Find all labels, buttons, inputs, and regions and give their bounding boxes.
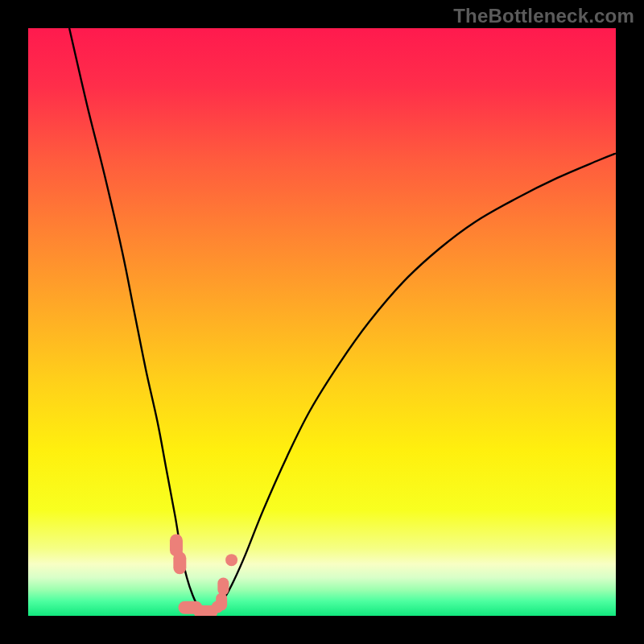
data-marker: [173, 551, 186, 574]
bottleneck-chart: [28, 28, 616, 616]
data-marker: [216, 592, 227, 610]
heat-background: [28, 28, 616, 616]
data-marker: [217, 578, 229, 596]
data-marker: [225, 554, 237, 566]
watermark-text: TheBottleneck.com: [453, 5, 634, 27]
plot-area: [28, 28, 616, 616]
chart-frame: TheBottleneck.com: [0, 0, 644, 644]
